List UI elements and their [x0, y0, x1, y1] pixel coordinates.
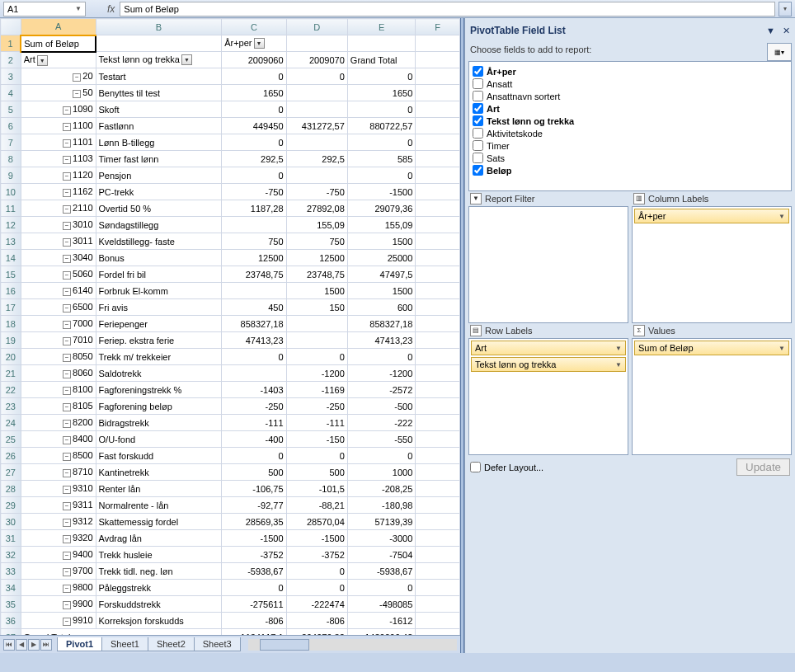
cell-gt[interactable]: 585	[347, 151, 416, 167]
cell-gt[interactable]: 0	[347, 68, 416, 85]
cell-gt[interactable]: 0	[347, 101, 416, 118]
col-header-E[interactable]: E	[347, 19, 416, 35]
cell-art[interactable]: −3011	[21, 233, 96, 250]
collapse-icon[interactable]: −	[63, 238, 71, 247]
cell-art[interactable]: −1120	[21, 167, 96, 184]
cell-gt[interactable]: 1500	[347, 233, 416, 250]
cell-art[interactable]: −7000	[21, 316, 96, 332]
collapse-icon[interactable]: −	[63, 469, 71, 477]
cell-txt[interactable]: Overtid 50 %	[96, 200, 222, 217]
cell-c2[interactable]	[286, 332, 347, 349]
col-field-dropdown-icon[interactable]: ▼	[254, 38, 265, 49]
column-labels-dropzone[interactable]: År+per▼	[632, 206, 792, 323]
collapse-icon[interactable]: −	[73, 90, 81, 98]
cell-gt[interactable]: 858327,18	[347, 316, 416, 332]
cell-gt[interactable]: 1650	[347, 85, 416, 101]
formula-expand-icon[interactable]: ▾	[779, 2, 792, 16]
cell-art[interactable]: −9311	[21, 497, 96, 514]
cell-txt[interactable]: Fastlønn	[96, 118, 222, 134]
cell-D2[interactable]: 2009070	[286, 52, 347, 68]
row-header-4[interactable]: 4	[1, 85, 21, 101]
dropzone-item[interactable]: År+per▼	[634, 209, 789, 223]
field-checkbox[interactable]	[473, 128, 483, 139]
cell-art[interactable]: −8105	[21, 398, 96, 415]
cell-txt[interactable]: Fagforeningstrekk %	[96, 382, 222, 398]
cell-txt[interactable]: Fast forskudd	[96, 448, 222, 464]
field-checkbox[interactable]	[473, 165, 483, 176]
field-item[interactable]: Beløp	[473, 164, 788, 176]
collapse-icon[interactable]: −	[63, 535, 71, 543]
cell-gt[interactable]: 1000	[347, 464, 416, 481]
cell-art[interactable]: −6500	[21, 299, 96, 316]
cell-c1[interactable]	[222, 217, 286, 233]
collapse-icon[interactable]: −	[63, 106, 71, 115]
cell-txt[interactable]: Renter lån	[96, 481, 222, 497]
cell-c1[interactable]: 450	[222, 299, 286, 316]
collapse-icon[interactable]: −	[63, 420, 71, 428]
cell-txt[interactable]: Feriep. ekstra ferie	[96, 332, 222, 349]
field-checkbox[interactable]	[473, 153, 483, 163]
dropzone-item[interactable]: Tekst lønn og trekka▼	[471, 357, 626, 372]
cell-gt[interactable]: -3000	[347, 530, 416, 547]
collapse-icon[interactable]: −	[63, 189, 71, 197]
cell-gt[interactable]: 0	[347, 580, 416, 596]
item-dropdown-icon[interactable]: ▼	[615, 345, 622, 352]
field-checkbox[interactable]	[473, 91, 483, 101]
item-dropdown-icon[interactable]: ▼	[779, 345, 785, 352]
collapse-icon[interactable]: −	[63, 453, 71, 461]
cell-C1[interactable]: År+per▼	[222, 35, 286, 52]
cell-art[interactable]: −8400	[21, 431, 96, 448]
field-checkbox[interactable]	[473, 140, 483, 151]
cell-c1[interactable]: 500	[222, 464, 286, 481]
cell-c1[interactable]	[222, 283, 286, 299]
row-header-7[interactable]: 7	[1, 134, 21, 151]
row-header-18[interactable]: 18	[1, 316, 21, 332]
cell-c1[interactable]: 12500	[222, 250, 286, 266]
row-header-25[interactable]: 25	[1, 431, 21, 448]
sheet-tab-pivot1[interactable]: Pivot1	[57, 637, 102, 651]
sheet-tab-sheet3[interactable]: Sheet3	[194, 637, 241, 651]
cell-txt[interactable]: Benyttes til test	[96, 85, 222, 101]
cell-c2[interactable]	[286, 167, 347, 184]
cell-c2[interactable]: -1500	[286, 530, 347, 547]
cell-txt[interactable]: Kantinetrekk	[96, 464, 222, 481]
values-dropzone[interactable]: Sum of Beløp▼	[632, 338, 792, 455]
cell-gt[interactable]: -500	[347, 398, 416, 415]
col-header-D[interactable]: D	[286, 19, 347, 35]
cell-c2[interactable]: 150	[286, 299, 347, 316]
cell-txt[interactable]: PC-trekk	[96, 184, 222, 200]
field-checkbox[interactable]	[473, 66, 483, 77]
cell-c2[interactable]: -222474	[286, 596, 347, 613]
cell-c2[interactable]: 27892,08	[286, 200, 347, 217]
cell-c2[interactable]	[286, 85, 347, 101]
row-header-3[interactable]: 3	[1, 68, 21, 85]
cell-c2[interactable]: 0	[286, 448, 347, 464]
cell-gt[interactable]: -7504	[347, 547, 416, 563]
row-header-2[interactable]: 2	[1, 52, 21, 68]
cell-art[interactable]: −1162	[21, 184, 96, 200]
collapse-icon[interactable]: −	[63, 288, 71, 296]
cell-E2[interactable]: Grand Total	[347, 52, 416, 68]
defer-checkbox-input[interactable]	[470, 462, 481, 472]
cell-c1[interactable]: 750	[222, 233, 286, 250]
row-header-29[interactable]: 29	[1, 497, 21, 514]
collapse-icon[interactable]: −	[63, 271, 71, 280]
cell-art[interactable]: −3040	[21, 250, 96, 266]
cell-art[interactable]: −8060	[21, 365, 96, 382]
cell-gt[interactable]: -2572	[347, 382, 416, 398]
cell-txt[interactable]: Trekk husleie	[96, 547, 222, 563]
sheet-tab-sheet1[interactable]: Sheet1	[101, 637, 148, 651]
collapse-icon[interactable]: −	[63, 172, 71, 181]
name-box-dropdown-icon[interactable]: ▼	[75, 5, 82, 12]
cell-c2[interactable]: 431272,57	[286, 118, 347, 134]
cell-c2[interactable]: -88,21	[286, 497, 347, 514]
cell-txt[interactable]: Bidragstrekk	[96, 415, 222, 431]
cell-txt[interactable]: Avdrag lån	[96, 530, 222, 547]
cell-c2[interactable]: 0	[286, 580, 347, 596]
cell-art[interactable]: −3010	[21, 217, 96, 233]
collapse-icon[interactable]: −	[63, 156, 71, 164]
cell-txt[interactable]: Pensjon	[96, 167, 222, 184]
row-header-32[interactable]: 32	[1, 547, 21, 563]
cell-gt[interactable]: -1500	[347, 184, 416, 200]
field-item[interactable]: År+per	[473, 65, 788, 78]
